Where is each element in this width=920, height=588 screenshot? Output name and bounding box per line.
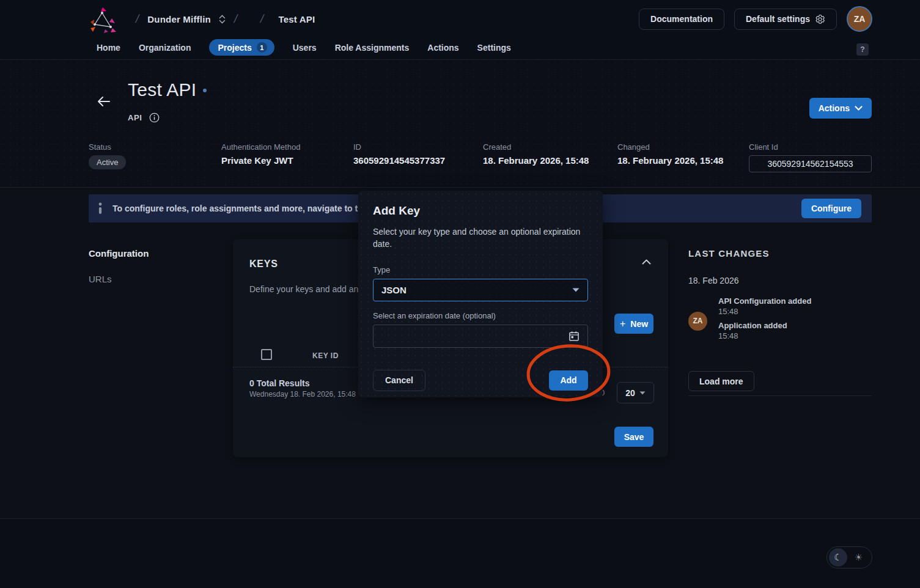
actions-menu-label: Actions [819, 103, 850, 113]
detail-label: Authentication Method [221, 142, 353, 152]
app-window: / Dunder Mifflin / / Test API Documentat… [0, 0, 920, 588]
avatar-initials: ZA [854, 14, 866, 24]
event-label: API Configuration added [718, 296, 811, 306]
configure-button[interactable]: Configure [801, 199, 861, 218]
breadcrumb-separator: / [233, 12, 239, 26]
top-bar: / Dunder Mifflin / / Test API Documentat… [0, 0, 920, 38]
detail-row: Status Active Authentication Method Priv… [89, 142, 872, 172]
dialog-title: Add Key [373, 204, 588, 218]
event-avatar: ZA [688, 312, 707, 331]
client-id-copy-field[interactable]: 360592914562154553 [749, 155, 872, 172]
detail-id: ID 360592914545377337 [353, 142, 483, 172]
event-label: Application added [718, 321, 811, 330]
calendar-icon[interactable] [568, 330, 580, 342]
gear-icon [815, 14, 825, 24]
breadcrumb-org[interactable]: Dunder Mifflin [147, 14, 211, 24]
page-header: Test API API Actions Status Active Authe… [0, 60, 920, 188]
keys-panel-title: KEYS [249, 259, 278, 270]
back-arrow-icon[interactable] [97, 95, 111, 108]
breadcrumb-separator: / [134, 12, 141, 26]
load-more-label: Load more [699, 377, 743, 386]
select-all-checkbox[interactable] [261, 349, 272, 360]
add-label: Add [560, 375, 576, 385]
projects-count-badge: 1 [257, 42, 267, 53]
detail-auth-method: Authentication Method Private Key JWT [221, 142, 353, 172]
event-list: API Configuration added 15:48 Applicatio… [718, 296, 811, 345]
new-key-button[interactable]: + New [614, 314, 653, 334]
tab-projects[interactable]: Projects 1 [209, 39, 274, 56]
detail-label: ID [353, 142, 483, 152]
collapse-panel-icon[interactable] [642, 259, 651, 265]
app-type-label: API [128, 113, 142, 122]
tab-projects-label: Projects [218, 43, 251, 53]
documentation-button[interactable]: Documentation [639, 9, 724, 30]
keys-description: Define your keys and add an o [249, 284, 366, 294]
add-key-dialog: Add Key Select your key type and choose … [358, 191, 603, 397]
chevron-down-icon [855, 106, 863, 111]
dialog-description: Select your key type and choose an optio… [373, 226, 584, 251]
banner-text: To configure roles, role assignments and… [112, 204, 384, 213]
theme-toggle[interactable]: ☾ ☀ [826, 546, 872, 568]
new-key-label: New [630, 319, 648, 329]
last-changes-date: 18. Feb 2026 [688, 276, 872, 285]
tab-role-assignments[interactable]: Role Assignments [335, 43, 410, 53]
zitadel-logo-icon[interactable] [89, 5, 116, 33]
cancel-button[interactable]: Cancel [373, 370, 425, 391]
last-changes-panel: LAST CHANGES 18. Feb 2026 ZA API Configu… [688, 248, 872, 396]
detail-value: 18. February 2026, 15:48 [483, 155, 617, 166]
tab-settings[interactable]: Settings [477, 43, 511, 53]
user-avatar[interactable]: ZA [847, 6, 872, 32]
page-size-value: 20 [625, 388, 635, 398]
detail-label: Created [483, 142, 617, 152]
tab-organization[interactable]: Organization [139, 43, 191, 53]
results-timestamp: Wednesday 18. Feb 2026, 15:48 [249, 390, 356, 399]
page-title: Test API [128, 79, 196, 100]
info-icon[interactable] [149, 112, 160, 123]
breadcrumb-separator: / [259, 12, 265, 26]
org-switcher-icon[interactable] [219, 15, 226, 24]
light-mode-icon[interactable]: ☀ [847, 552, 870, 563]
save-label: Save [624, 432, 644, 442]
detail-value: 360592914545377337 [353, 155, 483, 166]
actions-menu-button[interactable]: Actions [809, 98, 872, 119]
load-more-button[interactable]: Load more [688, 371, 754, 391]
detail-value: Private Key JWT [221, 155, 353, 166]
tab-home[interactable]: Home [97, 43, 120, 53]
status-dot-icon [203, 89, 207, 92]
add-button[interactable]: Add [549, 370, 588, 391]
key-type-select[interactable]: JSON [373, 279, 588, 301]
save-button[interactable]: Save [614, 427, 653, 447]
chevron-down-icon [572, 288, 580, 292]
change-event-group: ZA API Configuration added 15:48 Applica… [688, 296, 872, 345]
sidebar-item-configuration[interactable]: Configuration [89, 248, 149, 259]
detail-label: Changed [617, 142, 749, 152]
configure-label: Configure [811, 204, 852, 213]
chevron-down-icon [639, 391, 646, 395]
page-size-select[interactable]: 20 [617, 382, 654, 403]
cancel-label: Cancel [385, 375, 413, 385]
dark-mode-icon[interactable]: ☾ [829, 548, 847, 567]
detail-created: Created 18. February 2026, 15:48 [483, 142, 617, 172]
type-field-label: Type [373, 265, 588, 274]
breadcrumb-project[interactable]: Test API [278, 14, 315, 24]
default-settings-button[interactable]: Default settings [734, 9, 837, 30]
status-badge: Active [89, 155, 126, 169]
help-button[interactable]: ? [856, 43, 869, 56]
column-header-key-id: KEY ID [312, 351, 339, 360]
tab-users[interactable]: Users [293, 43, 317, 53]
expiration-date-input[interactable] [373, 325, 588, 348]
detail-changed: Changed 18. February 2026, 15:48 [617, 142, 749, 172]
documentation-label: Documentation [650, 14, 713, 24]
total-results-label: 0 Total Results [249, 378, 310, 388]
detail-client-id: Client Id 360592914562154553 [749, 142, 872, 172]
footer: ☾ ☀ [0, 518, 920, 588]
detail-label: Status [89, 142, 221, 152]
sidebar-item-urls[interactable]: URLs [89, 274, 112, 284]
default-settings-label: Default settings [746, 14, 810, 24]
detail-label: Client Id [749, 142, 872, 152]
detail-status: Status Active [89, 142, 221, 172]
tab-actions[interactable]: Actions [427, 43, 458, 53]
page-subtitle: API [128, 112, 160, 123]
last-changes-title: LAST CHANGES [688, 248, 872, 259]
avatar-initials: ZA [693, 317, 703, 325]
